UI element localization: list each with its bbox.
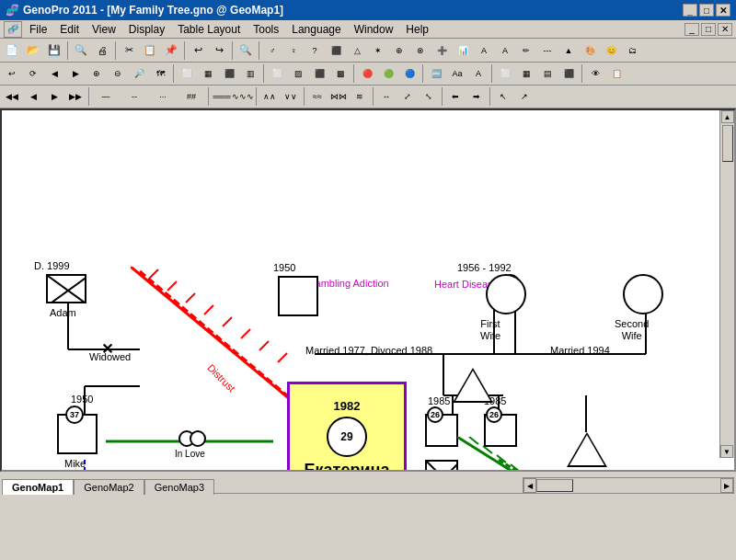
tab-geomap3[interactable]: GenoMap3: [144, 479, 214, 495]
tb-btn-9[interactable]: ➕: [431, 40, 452, 61]
tb2-btn-3[interactable]: ◀: [44, 63, 64, 84]
center-male-person[interactable]: [278, 276, 318, 316]
tb2-btn-23[interactable]: ⬜: [495, 63, 515, 84]
undo-btn[interactable]: ↩: [188, 40, 208, 61]
copy-btn[interactable]: 📋: [140, 40, 160, 61]
tb-btn-10[interactable]: 📊: [453, 40, 473, 61]
tb3-btn-22[interactable]: ↗: [514, 86, 535, 107]
adam-person[interactable]: [46, 274, 86, 303]
close2-button[interactable]: ✕: [718, 23, 732, 36]
tb2-btn-7[interactable]: 🔎: [129, 63, 149, 84]
tb2-btn-12[interactable]: ▥: [240, 63, 260, 84]
tb2-btn-21[interactable]: Aa: [447, 63, 467, 84]
menu-help[interactable]: Help: [400, 22, 434, 37]
tb3-btn-7[interactable]: ···: [149, 86, 177, 107]
scrollbar-horizontal[interactable]: ◀ ▶: [523, 477, 734, 494]
tb2-btn-19[interactable]: 🔵: [399, 63, 420, 84]
maximize-button[interactable]: □: [699, 4, 714, 17]
tb2-btn-10[interactable]: ▦: [198, 63, 218, 84]
canvas-area[interactable]: D. 1999 Adam ✕ Widowed 1950 61 Gambling …: [0, 109, 736, 472]
tb-btn-4[interactable]: ⬛: [326, 40, 346, 61]
find-btn[interactable]: 🔍: [236, 40, 256, 61]
ekaterina-card[interactable]: 1982 29 Екатерина: [287, 382, 407, 472]
tb-btn-6[interactable]: ✶: [368, 40, 388, 61]
open-btn[interactable]: 📂: [23, 40, 43, 61]
tb3-btn-17[interactable]: ⤢: [397, 86, 418, 107]
tb3-btn-12[interactable]: ∨∨: [281, 86, 301, 107]
cut-btn[interactable]: ✂: [119, 40, 139, 61]
tb2-btn-16[interactable]: ▩: [330, 63, 351, 84]
tb3-btn-16[interactable]: ↔: [376, 86, 397, 107]
print-preview-btn[interactable]: 🔍: [71, 40, 91, 61]
tb3-btn-5[interactable]: —: [92, 86, 120, 107]
tb2-btn-9[interactable]: ⬜: [177, 63, 197, 84]
scroll-thumb-h[interactable]: [536, 479, 573, 492]
tb3-btn-3[interactable]: ▶: [44, 86, 64, 107]
tb2-btn-13[interactable]: ⬜: [267, 63, 287, 84]
tb2-btn-20[interactable]: 🔤: [426, 63, 446, 84]
tb-btn-13[interactable]: ✏: [516, 40, 536, 61]
scroll-right-btn[interactable]: ▶: [720, 478, 733, 493]
new-btn[interactable]: 📄: [2, 40, 22, 61]
restore-button[interactable]: _: [684, 23, 699, 36]
tb2-btn-14[interactable]: ▨: [288, 63, 308, 84]
tb2-btn-24[interactable]: ▦: [516, 63, 536, 84]
tb2-btn-17[interactable]: 🔴: [357, 63, 377, 84]
menu-table-layout[interactable]: Table Layout: [172, 22, 246, 37]
scrollbar-vertical[interactable]: ▲ ▼: [719, 110, 734, 458]
tb2-btn-1[interactable]: ↩: [2, 63, 22, 84]
menu-language[interactable]: Language: [286, 22, 346, 37]
tb-btn-1[interactable]: ♂: [262, 40, 282, 61]
first-wife-person[interactable]: [486, 274, 526, 314]
tb3-btn-21[interactable]: ↖: [493, 86, 513, 107]
print-btn[interactable]: 🖨: [92, 40, 112, 61]
tb2-btn-25[interactable]: ▤: [537, 63, 558, 84]
scroll-thumb[interactable]: [722, 125, 733, 162]
tab-geomap2[interactable]: GenoMap2: [74, 479, 144, 495]
menu-display[interactable]: Display: [123, 22, 170, 37]
tb2-btn-2[interactable]: ⟳: [23, 63, 43, 84]
tb2-btn-6[interactable]: ⊖: [108, 63, 128, 84]
second-wife-person[interactable]: [623, 274, 663, 314]
paste-btn[interactable]: 📌: [161, 40, 181, 61]
tb3-btn-9[interactable]: ═══: [212, 86, 232, 107]
tb2-btn-8[interactable]: 🗺: [150, 63, 170, 84]
tb-btn-7[interactable]: ⊕: [389, 40, 409, 61]
scroll-up-btn[interactable]: ▲: [721, 110, 734, 123]
tb3-btn-8[interactable]: ##: [178, 86, 205, 107]
tb-btn-17[interactable]: 😊: [601, 40, 621, 61]
tb3-btn-20[interactable]: ➡: [466, 86, 487, 107]
tb3-btn-15[interactable]: ≋: [350, 86, 370, 107]
tb-btn-3[interactable]: ?: [305, 40, 325, 61]
restore2-button[interactable]: □: [701, 23, 716, 36]
tb3-btn-10[interactable]: ∿∿∿: [233, 86, 253, 107]
scroll-left-btn[interactable]: ◀: [523, 478, 536, 493]
tb3-btn-1[interactable]: ◀◀: [2, 86, 22, 107]
child1-deceased[interactable]: [425, 460, 458, 472]
menu-edit[interactable]: Edit: [54, 22, 85, 37]
redo-btn[interactable]: ↪: [209, 40, 229, 61]
tb3-btn-18[interactable]: ⤡: [419, 86, 439, 107]
tb2-btn-5[interactable]: ⊕: [86, 63, 107, 84]
tb-btn-14[interactable]: ---: [537, 40, 558, 61]
tb-btn-8[interactable]: ⊗: [410, 40, 431, 61]
tb-btn-2[interactable]: ♀: [283, 40, 304, 61]
tb2-btn-28[interactable]: 📋: [606, 63, 627, 84]
minimize-button[interactable]: _: [683, 4, 697, 17]
tb-btn-18[interactable]: 🗂: [622, 40, 642, 61]
tb2-btn-4[interactable]: ▶: [65, 63, 86, 84]
tb3-btn-19[interactable]: ⬅: [445, 86, 466, 107]
scroll-down-btn[interactable]: ▼: [720, 445, 733, 458]
tb-btn-15[interactable]: ▲: [558, 40, 579, 61]
app-menu-icon[interactable]: 🧬: [4, 21, 22, 38]
tb3-btn-13[interactable]: ≈≈: [307, 86, 328, 107]
tb2-btn-26[interactable]: ⬛: [558, 63, 579, 84]
tb3-btn-14[interactable]: ⋈⋈: [328, 86, 349, 107]
tb3-btn-11[interactable]: ∧∧: [259, 86, 280, 107]
tb2-btn-15[interactable]: ⬛: [309, 63, 329, 84]
tb3-btn-2[interactable]: ◀: [23, 86, 43, 107]
tb2-btn-27[interactable]: 👁: [585, 63, 605, 84]
tb3-btn-4[interactable]: ▶▶: [65, 86, 86, 107]
tb2-btn-11[interactable]: ⬛: [219, 63, 239, 84]
menu-view[interactable]: View: [86, 22, 121, 37]
